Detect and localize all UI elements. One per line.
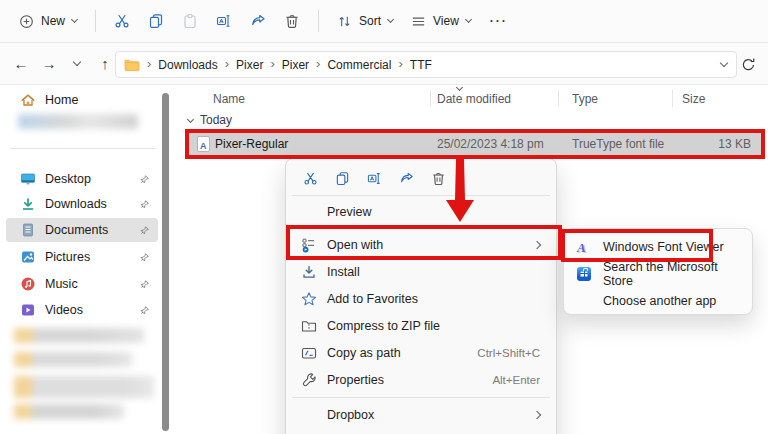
menu-item-install[interactable]: Install [290,258,552,285]
redacted-item [14,352,132,367]
file-name: Pixer-Regular [215,137,288,151]
breadcrumb-segment[interactable]: TTF [410,58,432,72]
pin-icon [139,225,150,236]
breadcrumb-segment[interactable]: Commercial [327,58,391,72]
file-explorer-window: { "colors": { "annotation_red": "#de1312… [0,0,768,434]
sidebar-item-label: Music [45,277,130,291]
view-button[interactable]: View [402,9,480,34]
breadcrumb-separator: › [270,56,274,71]
sidebar-item-videos[interactable]: Videos [6,298,158,322]
menu-item-label: Preview [327,205,371,219]
submenu-item-search-microsoft-store[interactable]: Search the Microsoft Store [568,260,748,287]
copy-icon [148,13,164,29]
menu-item-compress-zip[interactable]: Compress to ZIP file [290,312,552,339]
submenu-item-label: Choose another app [603,294,716,308]
cut-button[interactable] [105,6,139,36]
sidebar-item-label: Downloads [45,197,130,211]
pin-icon [139,279,150,290]
column-header-name[interactable]: Name [213,92,245,106]
redacted-item [14,328,144,343]
share-button[interactable] [241,6,275,36]
menu-item-label: Add to Favorites [327,292,418,306]
menu-item-properties[interactable]: Properties Alt+Enter [290,366,552,393]
breadcrumb-separator: › [398,56,402,71]
column-divider[interactable] [558,90,559,107]
column-header-size[interactable]: Size [682,92,705,106]
paste-button[interactable] [173,6,207,36]
copy-path-icon [301,345,317,361]
menu-item-preview[interactable]: Preview [290,198,552,225]
breadcrumb-segment[interactable]: Pixer [282,58,309,72]
breadcrumb-separator: › [316,56,320,71]
delete-button[interactable] [275,6,309,36]
file-row-pixer-regular[interactable]: A Pixer-Regular 25/02/2023 4:18 pm TrueT… [189,133,761,156]
submenu-item-choose-another-app[interactable]: Choose another app [568,287,748,314]
navigation-pane: Home Desktop Downloads Documents Picture… [0,85,172,434]
sidebar-item-home[interactable]: Home [6,88,158,112]
microsoft-store-icon [577,267,591,281]
menu-item-open-with[interactable]: Open with [290,231,552,258]
cut-button[interactable] [294,165,326,191]
column-header-type[interactable]: Type [572,92,598,106]
sort-button[interactable]: Sort [328,9,402,34]
sidebar-divider [10,148,156,149]
command-toolbar: New Sort View ··· [0,0,768,43]
forward-button[interactable]: → [36,51,62,77]
rename-button[interactable] [207,6,241,36]
rename-button[interactable] [358,165,390,191]
new-plus-icon [19,14,34,29]
breadcrumb-segment[interactable]: Downloads [158,58,217,72]
copy-button[interactable] [326,165,358,191]
menu-item-eset[interactable]: e ESET NOD32 Antivirus [290,428,552,434]
share-icon [399,171,414,186]
folder-icon [124,58,140,72]
desktop-icon [20,171,36,187]
toolbar-divider [95,10,96,32]
file-date-modified: 25/02/2023 4:18 pm [437,137,544,151]
delete-button[interactable] [422,165,454,191]
chevron-down-icon [71,16,78,23]
menu-item-shortcut: Ctrl+Shift+C [477,347,540,359]
pictures-icon [20,249,36,265]
group-header-today[interactable]: Today [188,113,232,127]
star-icon [301,291,317,307]
breadcrumb[interactable]: › Downloads › Pixer › Pixer › Commercial… [115,51,737,78]
breadcrumb-separator: › [147,56,151,71]
cut-icon [114,13,130,29]
menu-item-copy-as-path[interactable]: Copy as path Ctrl+Shift+C [290,339,552,366]
submenu-item-label: Search the Microsoft Store [603,260,740,288]
sidebar-item-desktop[interactable]: Desktop [6,167,158,191]
breadcrumb-segment[interactable]: Pixer [236,58,263,72]
sidebar-scrollbar[interactable] [162,93,169,431]
new-label: New [41,14,65,28]
context-menu-icon-row [290,163,552,193]
refresh-button[interactable] [741,57,756,72]
pin-icon [139,305,150,316]
menu-item-add-to-favorites[interactable]: Add to Favorites [290,285,552,312]
more-options-button[interactable]: ··· [480,14,518,28]
recent-locations-button[interactable] [64,51,90,77]
new-button[interactable]: New [10,9,86,34]
group-collapse-icon [187,115,194,122]
sidebar-item-music[interactable]: Music [6,272,158,296]
share-button[interactable] [390,165,422,191]
address-dropdown-button[interactable] [720,59,728,67]
sidebar-item-label: Videos [45,303,130,317]
file-size: 13 KB [689,137,751,151]
back-button[interactable]: ← [8,51,34,77]
submenu-item-windows-font-viewer[interactable]: A Windows Font Viewer [568,233,748,260]
context-menu: Preview Open with Install Add to Favorit… [285,158,557,434]
sidebar-item-downloads[interactable]: Downloads [6,192,158,216]
sidebar-item-pictures[interactable]: Pictures [6,245,158,269]
copy-button[interactable] [139,6,173,36]
redacted-item [14,376,154,398]
trash-icon [284,13,300,29]
column-header-date-modified[interactable]: Date modified [437,92,511,106]
column-divider[interactable] [672,90,673,107]
sidebar-item-documents[interactable]: Documents [6,218,158,242]
file-type: TrueType font file [572,137,664,151]
menu-item-dropbox[interactable]: Dropbox [290,401,552,428]
cut-icon [303,171,318,186]
column-divider[interactable] [430,90,431,107]
menu-divider [292,195,550,196]
